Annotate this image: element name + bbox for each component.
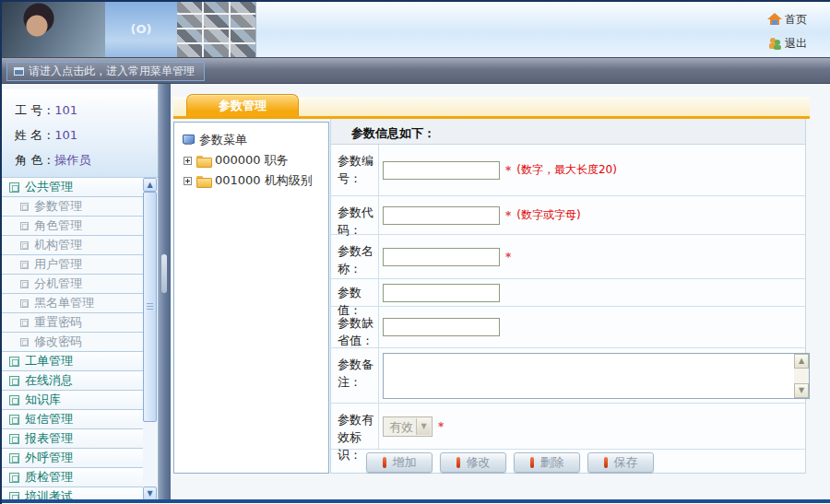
item-square-icon — [20, 241, 29, 250]
logout-link[interactable]: 退出 — [767, 35, 823, 52]
param-default-input[interactable] — [383, 318, 500, 336]
group-square-icon — [9, 434, 19, 444]
banner-photo-collage: (O) — [2, 2, 256, 57]
sidebar-item-role-mgmt[interactable]: 角色管理 — [2, 217, 143, 236]
group-square-icon — [9, 473, 19, 483]
button-accent-icon — [530, 457, 534, 468]
sidebar-item-parameter-mgmt[interactable]: 参数管理 — [2, 197, 143, 217]
user-name-label: 姓 名： — [15, 128, 54, 142]
item-square-icon — [20, 261, 29, 269]
sidebar-item-reset-password[interactable]: 重置密码 — [2, 313, 143, 333]
param-remark-textarea[interactable] — [384, 354, 795, 398]
home-link[interactable]: 首页 — [767, 11, 823, 28]
menu-label: 公共管理 — [25, 179, 73, 195]
param-code-input[interactable] — [383, 206, 500, 225]
menu-label: 知识库 — [25, 392, 61, 408]
tab-parameter-mgmt[interactable]: 参数管理 — [186, 94, 299, 116]
sidebar-item-blacklist-mgmt[interactable]: 黑名单管理 — [2, 294, 143, 313]
item-square-icon — [20, 280, 29, 288]
button-accent-icon — [604, 457, 608, 468]
common-menu-button[interactable]: 请进入点击此，进入常用菜单管理 — [6, 62, 205, 81]
menu-label: 质检管理 — [25, 469, 73, 486]
form-row-param-remark: 参数备注： ▲ ▼ — [331, 348, 805, 404]
required-asterisk: * — [505, 209, 511, 222]
tree-root-label: 参数菜单 — [199, 132, 247, 148]
param-remark-textarea-wrap: ▲ ▼ — [383, 353, 810, 399]
menu-label: 重置密码 — [34, 314, 82, 331]
item-square-icon — [20, 319, 29, 327]
param-name-label: 参数名称： — [331, 235, 379, 278]
sidebar-menu: 公共管理 参数管理 角色管理 机构管理 用户管理 分机管理 黑名单管理 重置密码… — [2, 178, 143, 500]
add-button[interactable]: 增加 — [366, 452, 433, 473]
sidebar-group-online-message[interactable]: 在线消息 — [2, 371, 143, 391]
add-button-label: 增加 — [393, 454, 417, 471]
sidebar-group-workorder-mgmt[interactable]: 工单管理 — [2, 352, 143, 371]
modify-button[interactable]: 修改 — [440, 452, 506, 473]
form-title: 参数信息如下： — [331, 119, 805, 145]
sidebar-group-public-mgmt[interactable]: 公共管理 — [2, 178, 143, 197]
delete-button[interactable]: 删除 — [514, 452, 580, 473]
scroll-up-button[interactable]: ▲ — [143, 178, 157, 192]
sidebar-group-training-exam[interactable]: 培训考试 — [2, 487, 143, 500]
sidebar-item-user-mgmt[interactable]: 用户管理 — [2, 255, 143, 275]
sidebar-splitter[interactable] — [159, 84, 171, 500]
brand-logo: (O) — [105, 2, 177, 57]
textarea-scroll-down-icon[interactable]: ▼ — [794, 383, 809, 398]
parameter-tree-panel: 参数菜单 000000 职务 001000 机构级别 — [173, 122, 329, 474]
param-no-input[interactable] — [383, 161, 500, 180]
sidebar-group-outbound-mgmt[interactable]: 外呼管理 — [2, 449, 143, 468]
menu-label: 角色管理 — [34, 217, 82, 234]
menu-label: 参数管理 — [34, 198, 82, 215]
form-row-param-default: 参数缺省值： — [331, 307, 805, 348]
folder-icon — [196, 176, 210, 186]
main-content: 参数管理 参数菜单 000000 职务 001000 机构级别 参数信息如下： … — [171, 84, 830, 500]
tree-node-org-level[interactable]: 001000 机构级别 — [182, 170, 328, 191]
textarea-scroll-up-icon[interactable]: ▲ — [794, 354, 809, 369]
textarea-scrollbar[interactable]: ▲ ▼ — [794, 354, 809, 398]
user-id-value: 101 — [54, 103, 77, 117]
delete-button-label: 删除 — [540, 454, 564, 471]
menu-label: 外呼管理 — [25, 450, 73, 466]
expand-plus-icon[interactable] — [184, 157, 192, 165]
application-window: (O) 首页 退出 请进入点击此，进入常用菜单管理 工 号 — [0, 0, 830, 504]
menu-label: 工单管理 — [25, 353, 73, 369]
photo-grid — [177, 2, 256, 57]
param-default-label: 参数缺省值： — [331, 307, 379, 347]
param-valid-select[interactable]: 有效 ▼ — [383, 416, 433, 437]
home-link-label: 首页 — [785, 12, 807, 28]
sidebar-item-org-mgmt[interactable]: 机构管理 — [2, 236, 143, 255]
user-name-value: 101 — [54, 128, 77, 142]
user-role-value: 操作员 — [54, 153, 90, 167]
save-button[interactable]: 保存 — [587, 452, 654, 473]
sidebar-group-sms-mgmt[interactable]: 短信管理 — [2, 410, 143, 429]
tree-root-parameter-menu[interactable]: 参数菜单 — [182, 130, 328, 150]
group-square-icon — [9, 415, 19, 425]
home-icon — [767, 13, 782, 26]
computer-icon — [182, 135, 195, 146]
required-asterisk: * — [505, 164, 511, 177]
param-remark-label: 参数备注： — [331, 348, 379, 403]
menu-label: 短信管理 — [25, 411, 73, 428]
button-accent-icon — [456, 457, 460, 468]
param-no-label: 参数编号： — [331, 145, 379, 195]
sidebar-group-report-mgmt[interactable]: 报表管理 — [2, 429, 143, 449]
param-value-label: 参数值： — [331, 279, 379, 306]
item-square-icon — [20, 222, 29, 230]
tab-strip: 参数管理 — [173, 97, 810, 119]
sidebar-item-extension-mgmt[interactable]: 分机管理 — [2, 275, 143, 294]
sidebar-scrollbar[interactable]: ▲ ▼ — [143, 178, 157, 500]
expand-plus-icon[interactable] — [184, 177, 192, 185]
sidebar-group-qc-mgmt[interactable]: 质检管理 — [2, 468, 143, 487]
param-no-hint: (数字，最大长度20) — [516, 162, 617, 178]
sidebar-item-change-password[interactable]: 修改密码 — [2, 333, 143, 352]
button-accent-icon — [383, 457, 386, 468]
tree-node-duty[interactable]: 000000 职务 — [182, 150, 328, 170]
form-row-param-no: 参数编号： * (数字，最大长度20) — [331, 145, 805, 196]
sidebar-group-knowledge-base[interactable]: 知识库 — [2, 391, 143, 410]
scroll-down-button[interactable]: ▼ — [143, 486, 157, 500]
modify-button-label: 修改 — [467, 454, 491, 471]
param-value-input[interactable] — [383, 284, 500, 302]
form-button-row: 增加 修改 删除 保存 — [331, 450, 805, 473]
scrollbar-thumb[interactable] — [143, 192, 157, 422]
param-name-input[interactable] — [383, 248, 500, 266]
